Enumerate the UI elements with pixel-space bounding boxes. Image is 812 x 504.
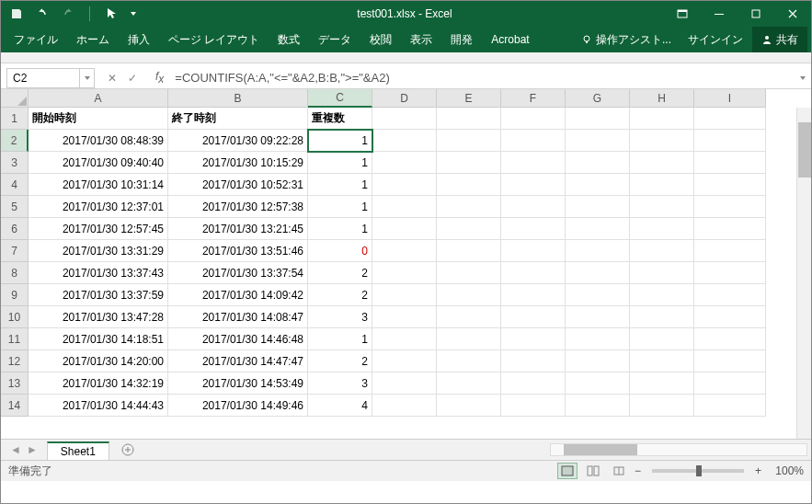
cell-F9[interactable]: [501, 284, 566, 306]
name-box[interactable]: C2: [6, 68, 80, 88]
cell-A1[interactable]: 開始時刻: [29, 108, 168, 130]
row-header-7[interactable]: 7: [1, 240, 29, 262]
cell-E10[interactable]: [437, 306, 501, 328]
cell-H3[interactable]: [630, 152, 694, 174]
ribbon-tab-9[interactable]: Acrobat: [482, 27, 538, 52]
cell-C13[interactable]: 3: [308, 372, 372, 395]
cell-I14[interactable]: [694, 395, 766, 417]
cell-G3[interactable]: [566, 152, 630, 174]
cell-I13[interactable]: [694, 372, 766, 395]
sheet-nav-prev-icon[interactable]: ◄: [10, 443, 21, 456]
cell-B14[interactable]: 2017/01/30 14:49:46: [168, 395, 308, 417]
select-all-corner[interactable]: [1, 89, 29, 108]
cell-B8[interactable]: 2017/01/30 13:37:54: [168, 262, 308, 284]
cell-A14[interactable]: 2017/01/30 14:44:43: [29, 395, 168, 417]
ribbon-tab-7[interactable]: 表示: [401, 27, 441, 52]
cell-F1[interactable]: [501, 108, 566, 130]
cell-E4[interactable]: [437, 174, 501, 196]
name-box-dropdown[interactable]: [80, 68, 95, 88]
cell-A13[interactable]: 2017/01/30 14:32:19: [29, 372, 168, 395]
cell-D7[interactable]: [372, 240, 437, 262]
ribbon-tab-8[interactable]: 開発: [441, 27, 482, 52]
ribbon-tab-2[interactable]: 挿入: [119, 27, 159, 52]
col-header-H[interactable]: H: [630, 89, 694, 108]
horizontal-scrollbar[interactable]: [550, 443, 807, 456]
cell-A5[interactable]: 2017/01/30 12:37:01: [29, 196, 168, 218]
cell-D6[interactable]: [372, 218, 437, 240]
cancel-formula-icon[interactable]: ✕: [108, 72, 117, 85]
cell-C3[interactable]: 1: [308, 152, 372, 174]
cell-H8[interactable]: [630, 262, 694, 284]
cell-F12[interactable]: [501, 350, 566, 372]
cell-B11[interactable]: 2017/01/30 14:46:48: [168, 328, 308, 350]
cell-F7[interactable]: [501, 240, 566, 262]
cell-C7[interactable]: 0: [308, 240, 372, 262]
cell-B5[interactable]: 2017/01/30 12:57:38: [168, 196, 308, 218]
view-page-layout-icon[interactable]: [583, 463, 603, 479]
cell-G2[interactable]: [566, 130, 630, 152]
cell-I5[interactable]: [694, 196, 766, 218]
cell-F4[interactable]: [501, 174, 566, 196]
cell-H2[interactable]: [630, 130, 694, 152]
cell-C6[interactable]: 1: [308, 218, 372, 240]
cell-D5[interactable]: [372, 196, 437, 218]
cell-A7[interactable]: 2017/01/30 13:31:29: [29, 240, 168, 262]
col-header-D[interactable]: D: [372, 89, 437, 108]
zoom-level[interactable]: 100%: [767, 464, 804, 477]
qat-dropdown-icon[interactable]: [129, 6, 138, 22]
cell-B10[interactable]: 2017/01/30 14:08:47: [168, 306, 308, 328]
row-header-11[interactable]: 11: [1, 328, 29, 350]
cell-I8[interactable]: [694, 262, 766, 284]
undo-icon[interactable]: [34, 6, 51, 22]
cell-E14[interactable]: [437, 395, 501, 417]
close-button[interactable]: [774, 1, 811, 27]
row-header-12[interactable]: 12: [1, 350, 29, 372]
zoom-in-button[interactable]: +: [755, 464, 761, 477]
cell-H6[interactable]: [630, 218, 694, 240]
zoom-out-button[interactable]: −: [635, 464, 641, 477]
cell-C9[interactable]: 2: [308, 284, 372, 306]
ribbon-tab-5[interactable]: データ: [309, 27, 360, 52]
col-header-G[interactable]: G: [566, 89, 630, 108]
row-header-10[interactable]: 10: [1, 306, 29, 328]
cell-H12[interactable]: [630, 350, 694, 372]
cell-A6[interactable]: 2017/01/30 12:57:45: [29, 218, 168, 240]
cell-I11[interactable]: [694, 328, 766, 350]
tell-me-search[interactable]: 操作アシスト...: [574, 32, 679, 48]
cell-D1[interactable]: [372, 108, 437, 130]
cell-G5[interactable]: [566, 196, 630, 218]
view-normal-icon[interactable]: [557, 463, 578, 479]
vertical-scrollbar[interactable]: [796, 108, 811, 439]
minimize-button[interactable]: [701, 1, 738, 27]
cell-H7[interactable]: [630, 240, 694, 262]
zoom-slider[interactable]: [652, 469, 744, 473]
cell-B9[interactable]: 2017/01/30 14:09:42: [168, 284, 308, 306]
cell-F2[interactable]: [501, 130, 566, 152]
cell-E9[interactable]: [437, 284, 501, 306]
save-icon[interactable]: [8, 6, 25, 22]
cell-F13[interactable]: [501, 372, 566, 395]
zoom-slider-thumb[interactable]: [696, 465, 702, 476]
formula-expand-icon[interactable]: [795, 74, 811, 83]
cell-C14[interactable]: 4: [308, 395, 372, 417]
ribbon-tab-3[interactable]: ページ レイアウト: [159, 27, 269, 52]
cell-C8[interactable]: 2: [308, 262, 372, 284]
cell-I2[interactable]: [694, 130, 766, 152]
accept-formula-icon[interactable]: ✓: [128, 72, 137, 85]
cell-D14[interactable]: [372, 395, 437, 417]
row-header-14[interactable]: 14: [1, 395, 29, 417]
cell-F10[interactable]: [501, 306, 566, 328]
cell-A10[interactable]: 2017/01/30 13:47:28: [29, 306, 168, 328]
cell-E5[interactable]: [437, 196, 501, 218]
cell-F3[interactable]: [501, 152, 566, 174]
cursor-icon[interactable]: [103, 6, 120, 22]
cell-F5[interactable]: [501, 196, 566, 218]
cell-D2[interactable]: [372, 130, 437, 152]
cell-C2[interactable]: 1: [308, 130, 372, 152]
cell-G4[interactable]: [566, 174, 630, 196]
cell-D12[interactable]: [372, 350, 437, 372]
maximize-button[interactable]: [738, 1, 774, 27]
fx-label[interactable]: fx: [150, 70, 169, 86]
vertical-scroll-thumb[interactable]: [798, 122, 811, 178]
cell-A11[interactable]: 2017/01/30 14:18:51: [29, 328, 168, 350]
